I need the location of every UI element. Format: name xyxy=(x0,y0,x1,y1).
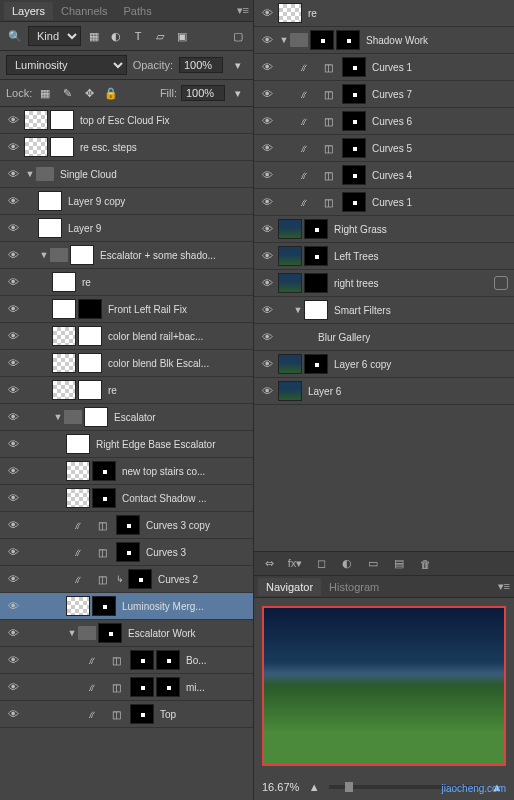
layer-mask-thumbnail[interactable] xyxy=(78,380,102,400)
layers-list-right[interactable]: 👁re👁▼Shadow Work👁⫽◫Curves 1👁⫽◫Curves 7👁⫽… xyxy=(254,0,514,551)
trash-icon[interactable]: 🗑 xyxy=(416,555,434,573)
lock-brush-icon[interactable]: ✎ xyxy=(58,84,76,102)
layer-mask-thumbnail[interactable] xyxy=(130,704,154,724)
visibility-eye-icon[interactable]: 👁 xyxy=(2,438,24,450)
visibility-eye-icon[interactable]: 👁 xyxy=(2,168,24,180)
mask-icon[interactable]: ◻ xyxy=(312,555,330,573)
layer-row[interactable]: 👁▼Smart Filters xyxy=(254,297,514,324)
new-layer-icon[interactable]: ▤ xyxy=(390,555,408,573)
tab-navigator[interactable]: Navigator xyxy=(258,578,321,596)
layer-mask-thumbnail[interactable] xyxy=(342,138,366,158)
visibility-eye-icon[interactable]: 👁 xyxy=(256,7,278,19)
link-mask-icon[interactable]: ◫ xyxy=(318,84,338,104)
visibility-eye-icon[interactable]: 👁 xyxy=(256,196,278,208)
filter-shape-icon[interactable]: ▱ xyxy=(151,27,169,45)
layer-name[interactable]: Curves 5 xyxy=(372,143,512,154)
layer-row[interactable]: 👁re xyxy=(0,377,253,404)
layer-row[interactable]: 👁Left Trees xyxy=(254,243,514,270)
disclosure-arrow-icon[interactable]: ▼ xyxy=(24,169,36,179)
layer-mask-thumbnail[interactable] xyxy=(304,273,328,293)
visibility-eye-icon[interactable]: 👁 xyxy=(2,411,24,423)
layer-row[interactable]: 👁right trees xyxy=(254,270,514,297)
visibility-eye-icon[interactable]: 👁 xyxy=(2,330,24,342)
fill-dropdown-icon[interactable]: ▾ xyxy=(229,84,247,102)
layer-thumbnail[interactable] xyxy=(278,354,302,374)
link-mask-icon[interactable]: ◫ xyxy=(106,677,126,697)
layer-mask-thumbnail[interactable] xyxy=(128,569,152,589)
visibility-eye-icon[interactable]: 👁 xyxy=(2,276,24,288)
filter-smart-icon[interactable]: ▣ xyxy=(173,27,191,45)
layer-thumbnail[interactable] xyxy=(52,353,76,373)
nav-menu-icon[interactable]: ▾≡ xyxy=(498,580,510,593)
layer-name[interactable]: Curves 7 xyxy=(372,89,512,100)
layer-name[interactable]: Left Trees xyxy=(334,251,512,262)
layer-row[interactable]: 👁⫽◫Curves 4 xyxy=(254,162,514,189)
disclosure-arrow-icon[interactable]: ▼ xyxy=(278,35,290,45)
visibility-eye-icon[interactable]: 👁 xyxy=(256,250,278,262)
fx-icon[interactable]: fx▾ xyxy=(286,555,304,573)
visibility-eye-icon[interactable]: 👁 xyxy=(256,331,278,343)
layer-row[interactable]: 👁▼Escalator Work xyxy=(0,620,253,647)
layer-name[interactable]: Layer 6 xyxy=(308,386,512,397)
layer-row[interactable]: 👁Layer 6 xyxy=(254,378,514,405)
layer-row[interactable]: 👁⫽◫Bo... xyxy=(0,647,253,674)
layer-name[interactable]: Escalator Work xyxy=(128,628,251,639)
layer-thumbnail[interactable] xyxy=(52,299,76,319)
navigator-preview[interactable] xyxy=(262,606,506,766)
layer-name[interactable]: color blend Blk Escal... xyxy=(108,358,251,369)
adjustment-icon[interactable]: ◐ xyxy=(338,555,356,573)
layer-row[interactable]: 👁re xyxy=(254,0,514,27)
layer-row[interactable]: 👁re xyxy=(0,269,253,296)
link-mask-icon[interactable]: ◫ xyxy=(318,165,338,185)
layer-mask-thumbnail[interactable] xyxy=(342,57,366,77)
visibility-eye-icon[interactable]: 👁 xyxy=(2,573,24,585)
filter-kind-select[interactable]: Kind xyxy=(28,26,81,46)
layer-name[interactable]: Smart Filters xyxy=(334,305,512,316)
group-icon[interactable]: ▭ xyxy=(364,555,382,573)
layer-mask-thumbnail[interactable] xyxy=(342,192,366,212)
layer-name[interactable]: re xyxy=(82,277,251,288)
layer-name[interactable]: Bo... xyxy=(186,655,251,666)
layer-mask-thumbnail[interactable] xyxy=(78,299,102,319)
visibility-eye-icon[interactable]: 👁 xyxy=(256,115,278,127)
visibility-eye-icon[interactable]: 👁 xyxy=(256,304,278,316)
visibility-eye-icon[interactable]: 👁 xyxy=(2,600,24,612)
layer-thumbnail[interactable] xyxy=(66,434,90,454)
visibility-eye-icon[interactable]: 👁 xyxy=(2,681,24,693)
visibility-eye-icon[interactable]: 👁 xyxy=(256,88,278,100)
layer-name[interactable]: new top stairs co... xyxy=(122,466,251,477)
layer-mask-thumbnail[interactable] xyxy=(342,84,366,104)
layer-name[interactable]: mi... xyxy=(186,682,251,693)
link-mask-icon[interactable]: ◫ xyxy=(106,704,126,724)
layer-mask-thumbnail[interactable] xyxy=(156,650,180,670)
layer-name[interactable]: Layer 9 copy xyxy=(68,196,251,207)
link-mask-icon[interactable]: ◫ xyxy=(106,650,126,670)
visibility-eye-icon[interactable]: 👁 xyxy=(2,492,24,504)
layer-name[interactable]: Shadow Work xyxy=(366,35,512,46)
layer-row[interactable]: 👁⫽◫Top xyxy=(0,701,253,728)
visibility-eye-icon[interactable]: 👁 xyxy=(256,223,278,235)
layer-thumbnail[interactable] xyxy=(66,488,90,508)
visibility-eye-icon[interactable]: 👁 xyxy=(2,384,24,396)
layer-mask-thumbnail[interactable] xyxy=(304,354,328,374)
visibility-eye-icon[interactable]: 👁 xyxy=(256,358,278,370)
layer-name[interactable]: Right Edge Base Escalator xyxy=(96,439,251,450)
layer-thumbnail[interactable] xyxy=(52,272,76,292)
layer-name[interactable]: Curves 4 xyxy=(372,170,512,181)
visibility-eye-icon[interactable]: 👁 xyxy=(256,61,278,73)
visibility-eye-icon[interactable]: 👁 xyxy=(2,546,24,558)
layer-mask-thumbnail[interactable] xyxy=(336,30,360,50)
tab-paths[interactable]: Paths xyxy=(116,2,160,20)
layer-name[interactable]: color blend rail+bac... xyxy=(108,331,251,342)
layer-mask-thumbnail[interactable] xyxy=(130,677,154,697)
visibility-eye-icon[interactable]: 👁 xyxy=(256,169,278,181)
layer-row[interactable]: 👁⫽◫↳Curves 2 xyxy=(0,566,253,593)
layer-thumbnail[interactable] xyxy=(278,381,302,401)
layer-row[interactable]: 👁⫽◫Curves 6 xyxy=(254,108,514,135)
link-mask-icon[interactable]: ◫ xyxy=(318,192,338,212)
visibility-eye-icon[interactable]: 👁 xyxy=(256,385,278,397)
layer-name[interactable]: Curves 6 xyxy=(372,116,512,127)
layer-mask-thumbnail[interactable] xyxy=(78,353,102,373)
layer-thumbnail[interactable] xyxy=(38,218,62,238)
layer-name[interactable]: Layer 9 xyxy=(68,223,251,234)
